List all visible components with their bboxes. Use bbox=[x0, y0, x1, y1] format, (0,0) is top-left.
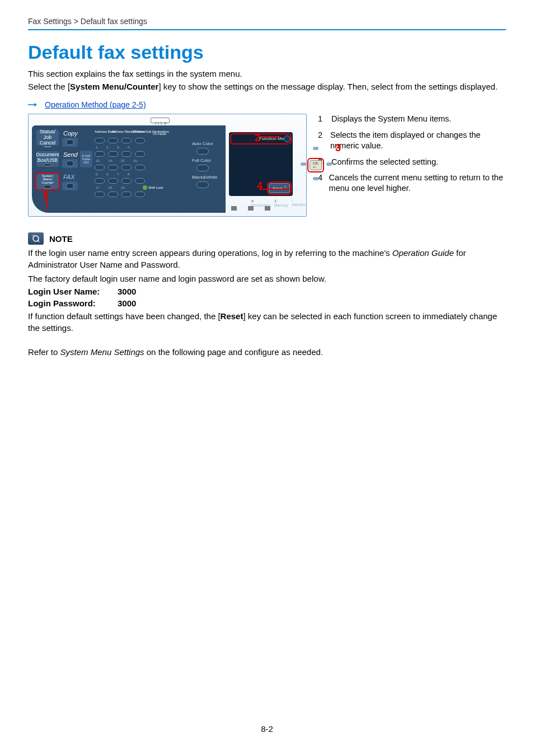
onhook-label: On Hook bbox=[153, 132, 166, 136]
bw-label: Black&White bbox=[192, 175, 217, 180]
callout-3: 3 bbox=[335, 142, 341, 154]
keypad-row-4 bbox=[95, 178, 145, 184]
shift-lock-dot bbox=[143, 185, 147, 190]
note-label: NOTE bbox=[49, 234, 73, 244]
keypad-row-1 bbox=[95, 138, 145, 143]
sysmenu-button: System Menu/ Counter bbox=[36, 174, 59, 189]
login-pass-row: Login Password: 3000 bbox=[28, 298, 506, 308]
bw-button bbox=[196, 181, 209, 188]
intro-text: This section explains the fax settings i… bbox=[28, 68, 506, 92]
breadcrumb: Fax Settings > Default fax settings bbox=[28, 17, 506, 26]
callout-2: 2 bbox=[255, 132, 260, 144]
autocolor-button bbox=[196, 148, 209, 155]
clip-icon bbox=[151, 118, 170, 123]
divider bbox=[28, 29, 506, 30]
copy-button bbox=[62, 138, 78, 147]
diagram-legend: 1Displays the System Menu items. 2Select… bbox=[318, 114, 506, 199]
intro-line-2: Select the [System Menu/Counter] key to … bbox=[28, 81, 506, 92]
copy-label: Copy bbox=[63, 130, 78, 137]
svg-line-10 bbox=[38, 240, 39, 242]
fullcolor-label: Full Color bbox=[192, 158, 211, 163]
refer-text: Refer to System Menu Settings on the fol… bbox=[28, 347, 506, 357]
page-title: Default fax settings bbox=[28, 41, 506, 63]
autocolor-label: Auto Color bbox=[192, 141, 213, 146]
svg-marker-1 bbox=[34, 103, 37, 106]
note-icon bbox=[28, 232, 44, 245]
fullcolor-button bbox=[196, 165, 209, 171]
nav-pad: OK↵ bbox=[297, 142, 334, 181]
send-button bbox=[62, 159, 78, 168]
keypad-row-2 bbox=[95, 151, 145, 157]
fax-label: FAX bbox=[63, 174, 75, 180]
ok-button: OK↵ bbox=[310, 160, 322, 170]
control-panel-diagram: Status/ Job Cancel Document Box/USB Syst… bbox=[28, 114, 307, 217]
note-block: NOTE If the login user name entry screen… bbox=[28, 232, 506, 334]
callout-line-1 bbox=[45, 189, 49, 209]
efolder-button: E-mail Folder FAX bbox=[80, 151, 92, 167]
link-arrow-icon bbox=[28, 102, 37, 108]
keypad-row-3 bbox=[95, 165, 145, 170]
callout-line-2 bbox=[260, 128, 283, 139]
note-p2: The factory default login user name and … bbox=[28, 273, 506, 284]
funcmenu-dot bbox=[284, 136, 291, 142]
send-label: Send bbox=[63, 151, 78, 158]
page-number: 8-2 bbox=[0, 724, 534, 734]
docbox-button: Document Box/USB bbox=[36, 151, 59, 167]
intro-line-1: This section explains the fax settings i… bbox=[28, 68, 506, 80]
status-button: Status/ Job Cancel bbox=[36, 130, 59, 146]
callout-line-4 bbox=[259, 185, 293, 194]
indicator-row bbox=[231, 206, 270, 211]
note-p3: If function default settings have been c… bbox=[28, 310, 506, 334]
login-user-row: Login User Name: 3000 bbox=[28, 287, 506, 296]
keypad-row-5 bbox=[95, 192, 145, 197]
fax-button bbox=[62, 181, 78, 190]
svg-marker-5 bbox=[165, 122, 167, 125]
note-p1: If the login user name entry screen appe… bbox=[28, 247, 506, 270]
operation-method-link[interactable]: Operation Method (page 2-5) bbox=[45, 100, 146, 109]
